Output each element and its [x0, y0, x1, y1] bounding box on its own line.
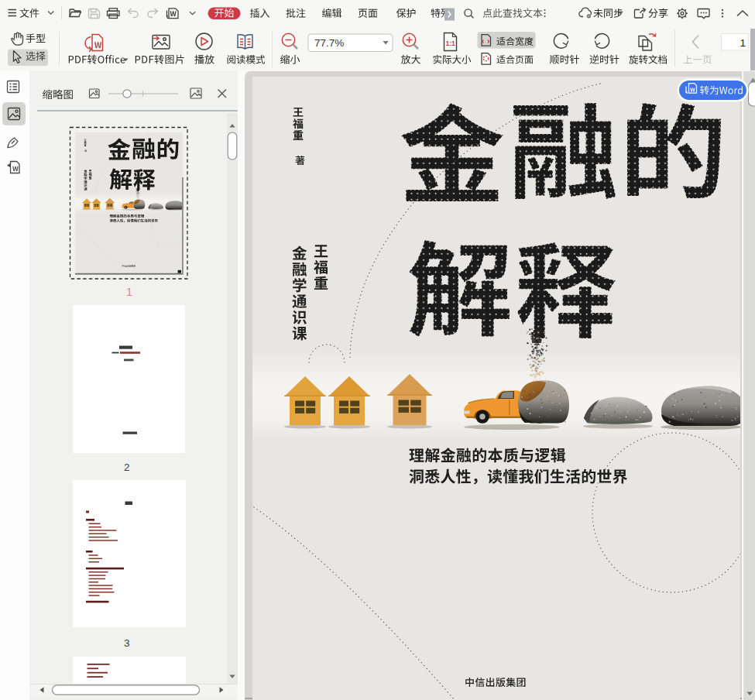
svg-text:3: 3 [124, 637, 130, 649]
svg-text:1: 1 [126, 286, 132, 298]
svg-text:2: 2 [124, 462, 130, 473]
svg-text:77.7%: 77.7% [314, 37, 344, 49]
svg-text:1:1: 1:1 [446, 39, 456, 47]
svg-text:1: 1 [740, 37, 746, 49]
